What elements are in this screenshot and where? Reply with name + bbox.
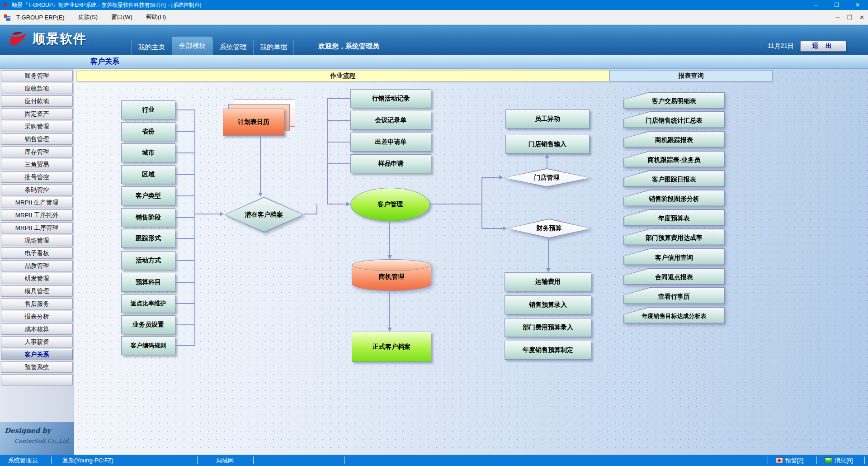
report-item-annual-sales-target[interactable]: 年度销售目标达成分析表: [623, 307, 725, 323]
sidebar-item-mrp2-process[interactable]: MRPII 工序管理: [1, 222, 73, 233]
sidebar-item-shopfloor[interactable]: 现场管理: [1, 235, 73, 246]
arrowhead-icon: [499, 175, 503, 180]
report-item-annual-budget[interactable]: 年度预算表: [623, 209, 725, 226]
report-label: 商机跟踪表-业务员: [624, 152, 724, 167]
flow-box-sales-budget-entry[interactable]: 销售预算录入: [505, 295, 591, 314]
shunjing-swoosh-icon: [8, 29, 29, 49]
flow-box-salesman-setup[interactable]: 业务员设置: [121, 315, 175, 334]
flow-diamond-finance-budget[interactable]: 财务预算: [507, 219, 591, 238]
sidebar-item-mrp2-production[interactable]: MRPII 生产管理: [1, 197, 73, 208]
connector-line: [175, 174, 195, 175]
band-process: 作业流程: [76, 70, 609, 81]
flow-box-customer-type[interactable]: 客户类型: [121, 186, 175, 205]
flow-box-store-sales-input[interactable]: 门店销售输入: [505, 135, 590, 154]
flow-diamond-store-mgmt[interactable]: 门店管理: [503, 168, 590, 187]
flow-box-activity-mode[interactable]: 活动方式: [121, 251, 175, 270]
flow-ellipse-customer-mgmt[interactable]: 客户管理: [350, 188, 430, 221]
sidebar-item-hr-payroll[interactable]: 人事薪资: [1, 336, 73, 347]
menu-item-help[interactable]: 帮助(H): [146, 13, 166, 21]
arrowhead-icon: [503, 226, 507, 231]
sidebar-item-triangle-trade[interactable]: 三角贸易: [1, 159, 73, 170]
report-label: 查看行事历: [624, 288, 724, 304]
menu-item-skin[interactable]: 皮肤(S): [78, 13, 98, 21]
flow-box-city[interactable]: 城市: [121, 143, 175, 162]
flow-box-rebate-rate[interactable]: 返点比率维护: [121, 294, 175, 313]
close-icon[interactable]: ✕: [847, 0, 868, 10]
sidebar-item-report-analysis[interactable]: 报表分析: [1, 311, 73, 322]
mdi-restore-icon[interactable]: ❐: [847, 14, 852, 21]
brand-name: 顺景软件: [33, 30, 87, 48]
sidebar-item-inventory[interactable]: 库存管理: [1, 146, 73, 157]
restore-icon[interactable]: ❐: [826, 0, 847, 10]
sidebar-item-kanban[interactable]: 电子看板: [1, 247, 73, 259]
sidebar-item-rnd[interactable]: 研发管理: [1, 273, 73, 284]
report-item-customer-track-daily[interactable]: 客户跟踪日报表: [623, 170, 725, 187]
sidebar-item-customer-relations[interactable]: 客户关系: [1, 349, 73, 360]
report-item-view-calendar[interactable]: 查看行事历: [623, 287, 725, 304]
minimize-icon[interactable]: ─: [806, 0, 826, 10]
flow-box-formal-customer[interactable]: 正式客户档案: [352, 332, 431, 362]
tab-my-documents[interactable]: 我的单据: [253, 40, 294, 55]
sidebar-item-costing[interactable]: 成本核算: [1, 323, 73, 335]
flow-diamond-potential-customer[interactable]: 潜在客户档案: [224, 197, 304, 233]
report-label: 门店销售统计汇总表: [624, 112, 724, 128]
sidebar-item-mold[interactable]: 模具管理: [1, 285, 73, 297]
flow-box-dept-expense-budget[interactable]: 部门费用预算录入: [505, 318, 591, 337]
report-item-customer-trade-detail[interactable]: 客户交易明细表: [623, 92, 725, 109]
connector-bus: [327, 98, 328, 204]
report-label: 合同返点报表: [624, 269, 724, 284]
report-item-dept-budget-rate[interactable]: 部门预算费用达成率: [623, 228, 725, 245]
connector-line: [304, 214, 317, 214]
flow-box-sample-request[interactable]: 样品申请: [350, 154, 431, 173]
sidebar-item-barcode[interactable]: 条码管控: [1, 184, 73, 195]
report-item-store-sales-summary[interactable]: 门店销售统计汇总表: [623, 111, 725, 128]
app-header: 顺景软件 我的主页 全部模块 系统管理 我的单据 欢迎您，系统管理员 11月21…: [0, 25, 868, 55]
sidebar-item-purchase[interactable]: 采购管理: [1, 121, 73, 132]
flow-box-budget-subject[interactable]: 预算科目: [121, 273, 175, 292]
report-item-customer-credit[interactable]: 客户信用查询: [623, 248, 725, 265]
flow-box-annual-sales-budget[interactable]: 年度销售预算制定: [505, 341, 591, 360]
report-item-sales-stage-graph[interactable]: 销售阶段图形分析: [623, 190, 725, 206]
flow-box-customer-code-rule[interactable]: 客户编码规则: [121, 336, 175, 355]
sidebar-item-fixed-assets[interactable]: 固定资产: [1, 108, 73, 119]
nav-tabs: 我的主页 全部模块 系统管理 我的单据: [131, 40, 294, 55]
tab-my-home[interactable]: 我的主页: [131, 40, 172, 55]
menu-item-tgroup[interactable]: T-GROUP ERP(E): [16, 14, 65, 21]
alert-status[interactable]: 预警[2]: [776, 455, 803, 466]
flow-box-industry[interactable]: 行业: [121, 100, 175, 119]
flow-box-sales-stage[interactable]: 销售阶段: [121, 208, 175, 227]
exit-button[interactable]: 退 出: [800, 41, 846, 52]
flow-box-meeting-record[interactable]: 会议记录单: [350, 111, 431, 130]
tab-system-mgmt[interactable]: 系统管理: [212, 40, 253, 55]
flow-box-province[interactable]: 省份: [121, 122, 175, 141]
report-item-opportunity-track-salesman[interactable]: 商机跟踪表-业务员: [623, 151, 725, 167]
sidebar-item-alert-system[interactable]: 预警系统: [1, 361, 73, 373]
message-status[interactable]: 消息[9]: [825, 455, 853, 466]
mdi-minimize-icon[interactable]: ─: [835, 14, 840, 21]
sidebar-item-sales[interactable]: 销售管理: [1, 133, 73, 145]
flow-box-plan-calendar[interactable]: 计划表日历: [223, 109, 284, 136]
sidebar-item-batch[interactable]: 批号管控: [1, 171, 73, 183]
message-label: 消息[9]: [835, 455, 853, 466]
mdi-close-icon[interactable]: ✕: [859, 14, 864, 21]
menu-item-window[interactable]: 窗口(W): [111, 13, 132, 21]
sidebar-item-after-sales[interactable]: 售后服务: [1, 298, 73, 309]
flow-box-region[interactable]: 区域: [121, 165, 175, 184]
flow-box-marketing-activity[interactable]: 行销活动记录: [350, 89, 431, 108]
flow-box-travel-request[interactable]: 出差申请单: [350, 133, 431, 152]
flow-cylinder-opportunity-mgmt[interactable]: 商机管理: [352, 259, 431, 291]
tab-all-modules[interactable]: 全部模块: [172, 37, 212, 55]
sidebar-item-quality[interactable]: 品质管理: [1, 260, 73, 271]
flow-box-track-form[interactable]: 跟踪形式: [121, 229, 175, 248]
flow-box-employee-change[interactable]: 员工异动: [505, 109, 590, 128]
connector-line: [548, 238, 549, 269]
sidebar-item-payable[interactable]: 应付款项: [1, 95, 73, 107]
flow-box-transport-cost[interactable]: 运输费用: [505, 272, 591, 291]
report-item-contract-rebate[interactable]: 合同返点报表: [623, 268, 725, 285]
report-label: 部门预算费用达成率: [624, 229, 724, 245]
sidebar-item-receivable[interactable]: 应收款项: [1, 83, 73, 94]
sidebar-item-mrp2-outsource[interactable]: MRPII 工序托外: [1, 209, 73, 221]
connector-line: [175, 238, 195, 239]
sidebar-item-finance[interactable]: 账务管理: [1, 70, 73, 81]
report-item-opportunity-track[interactable]: 商机跟踪报表: [623, 131, 725, 147]
